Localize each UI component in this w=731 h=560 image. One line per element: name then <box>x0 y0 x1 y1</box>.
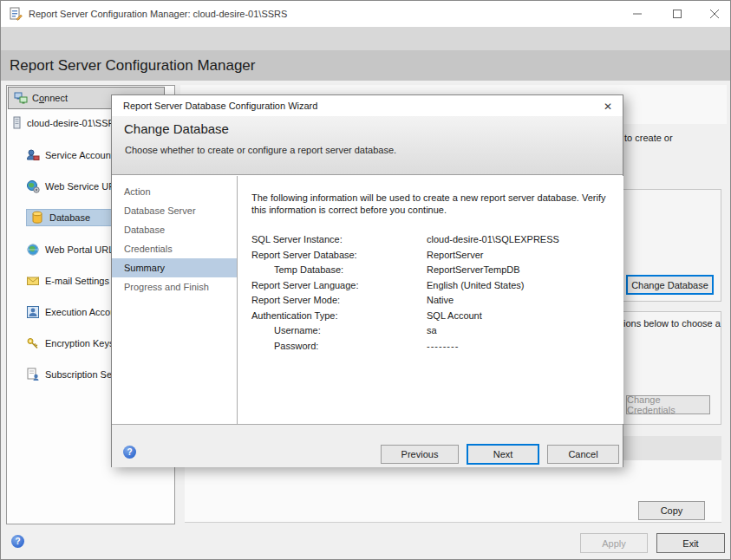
maximize-icon <box>672 9 682 19</box>
summary-row: Report Server Language:English (United S… <box>251 280 559 296</box>
wizard-steps-list: Action Database Server Database Credenti… <box>112 176 238 424</box>
report-server-configuration-manager-window: Report Server Configuration Manager: clo… <box>0 0 731 560</box>
server-icon <box>12 116 22 130</box>
help-icon[interactable]: ? <box>11 535 24 548</box>
intro-text-fragment: to create or <box>624 133 673 143</box>
sidebar-item-execution-account[interactable]: Execution Account <box>26 303 124 321</box>
summary-row: Username:sa <box>251 325 559 341</box>
sidebar-item-label: Web Portal URL <box>45 244 114 255</box>
field-value-password: -------- <box>427 341 459 352</box>
connect-label: Connect <box>32 88 68 108</box>
app-banner: Report Server Configuration Manager <box>1 50 730 81</box>
database-configuration-wizard-dialog: Report Server Database Configuration Wiz… <box>111 94 623 467</box>
apply-button[interactable]: Apply <box>580 533 648 553</box>
field-label: Temp Database: <box>251 264 427 276</box>
wizard-step-summary: Summary <box>112 258 237 277</box>
sidebar-item-encryption-keys[interactable]: Encryption Keys <box>26 335 114 352</box>
page-title: Report Server Configuration Manager <box>10 50 255 81</box>
sidebar-item-service-account[interactable]: Service Account <box>26 147 114 164</box>
dialog-close-icon[interactable]: ✕ <box>600 99 616 114</box>
encryption-keys-icon <box>26 336 40 350</box>
service-account-icon <box>26 148 40 162</box>
close-button[interactable] <box>698 1 731 27</box>
field-label: Username: <box>251 325 427 336</box>
sidebar-item-label: cloud-desire-01\SSRS <box>27 118 121 128</box>
email-settings-icon <box>26 274 40 288</box>
database-icon <box>30 211 44 225</box>
field-label: SQL Server Instance: <box>251 234 427 245</box>
summary-row: Authentication Type:SQL Account <box>251 310 559 326</box>
field-value: English (United States) <box>427 280 525 291</box>
web-service-url-icon <box>26 179 40 193</box>
sidebar-item-label: Database <box>49 212 90 223</box>
summary-row: Report Server Database:ReportServer <box>251 250 559 265</box>
field-value: Native <box>427 295 454 306</box>
web-portal-url-icon <box>26 243 40 257</box>
field-label: Report Server Language: <box>251 280 427 291</box>
summary-row: Report Server Mode:Native <box>251 295 559 310</box>
connect-icon <box>14 91 28 105</box>
sidebar-item-server-node[interactable]: cloud-desire-01\SSRS <box>12 114 121 132</box>
sidebar-item-label: Service Account <box>45 150 114 160</box>
field-value: cloud-desire-01\SQLEXPRESS <box>427 234 559 245</box>
sidebar-item-label: Encryption Keys <box>45 338 114 348</box>
wizard-step-progress-and-finish: Progress and Finish <box>112 277 237 296</box>
sidebar-item-label: E-mail Settings <box>45 276 109 286</box>
field-label: Report Server Database: <box>251 250 427 261</box>
summary-row: Temp Database:ReportServerTempDB <box>251 264 559 280</box>
dialog-heading: Change Database <box>124 121 229 136</box>
wizard-step-action: Action <box>112 182 237 201</box>
change-database-button[interactable]: Change Database <box>626 275 714 295</box>
execution-account-icon <box>26 305 40 319</box>
summary-description: The following information will be used t… <box>251 192 623 216</box>
copy-button[interactable]: Copy <box>638 501 705 520</box>
field-value: SQL Account <box>427 310 482 322</box>
dialog-title: Report Server Database Configuration Wiz… <box>123 95 317 116</box>
sidebar-item-web-service-url[interactable]: Web Service URL <box>26 178 121 195</box>
dialog-titlebar[interactable]: Report Server Database Configuration Wiz… <box>112 95 623 116</box>
minimize-icon <box>632 9 643 19</box>
field-value: sa <box>427 325 437 336</box>
wizard-content-pane: The following information will be used t… <box>238 176 623 424</box>
dialog-header: Change Database Choose whether to create… <box>112 116 623 175</box>
wizard-step-database: Database <box>112 220 237 239</box>
exit-button[interactable]: Exit <box>656 533 725 553</box>
field-label: Report Server Mode: <box>251 295 427 306</box>
help-icon[interactable]: ? <box>123 446 136 459</box>
dialog-subheading: Choose whether to create or configure a … <box>125 145 396 155</box>
minimize-button[interactable] <box>618 1 656 27</box>
header-strip <box>1 27 730 50</box>
window-title: Report Server Configuration Manager: clo… <box>29 1 287 27</box>
field-label: Authentication Type: <box>251 310 427 322</box>
change-credentials-button[interactable]: Change Credentials <box>626 395 710 414</box>
field-label: Password: <box>251 341 427 352</box>
field-value: ReportServerTempDB <box>427 264 520 276</box>
window-titlebar[interactable]: Report Server Configuration Manager: clo… <box>1 1 730 27</box>
close-icon <box>709 9 720 19</box>
maximize-button[interactable] <box>658 1 696 27</box>
sidebar-item-label: Web Service URL <box>45 181 121 192</box>
app-icon <box>9 7 23 21</box>
sidebar-item-web-portal-url[interactable]: Web Portal URL <box>26 241 114 258</box>
next-button[interactable]: Next <box>467 444 539 465</box>
cancel-button[interactable]: Cancel <box>547 445 619 464</box>
subscription-settings-icon <box>26 368 40 381</box>
dialog-footer: ? Previous Next Cancel <box>112 424 623 467</box>
summary-row: SQL Server Instance:cloud-desire-01\SQLE… <box>251 234 559 250</box>
credentials-text-fragment: ions below to choose a <box>623 318 721 329</box>
wizard-step-credentials: Credentials <box>112 239 237 258</box>
summary-fields: SQL Server Instance:cloud-desire-01\SQLE… <box>251 234 559 355</box>
previous-button[interactable]: Previous <box>381 445 459 464</box>
wizard-step-database-server: Database Server <box>112 201 237 220</box>
summary-row: Password:-------- <box>251 341 559 356</box>
sidebar-item-email-settings[interactable]: E-mail Settings <box>26 272 109 290</box>
field-value: ReportServer <box>427 250 483 261</box>
